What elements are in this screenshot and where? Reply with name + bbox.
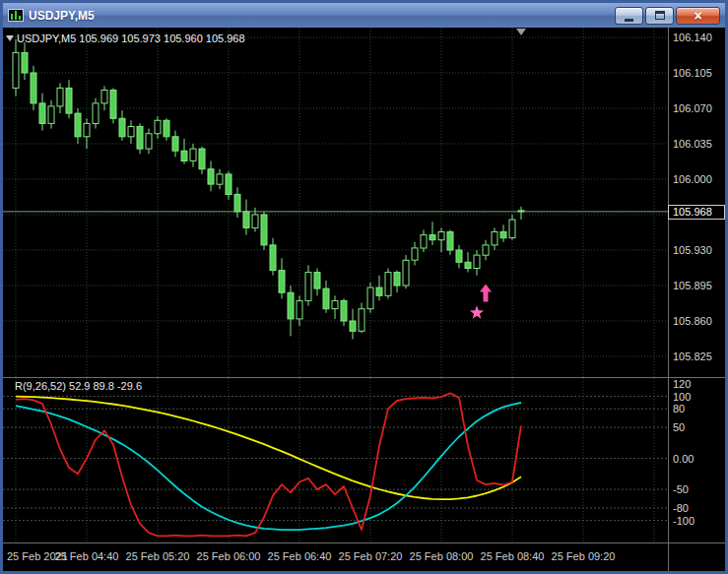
one-click-trading-toggle[interactable] bbox=[6, 35, 14, 41]
indicator-line-mid-26 bbox=[16, 403, 521, 530]
price-axis-label: 106.105 bbox=[673, 67, 712, 79]
main-grid bbox=[3, 28, 668, 377]
price-axis-label: 105.895 bbox=[673, 280, 712, 291]
price-axis-label: 106.000 bbox=[673, 173, 712, 185]
candles bbox=[13, 39, 524, 339]
chart-window-icon bbox=[8, 9, 24, 22]
time-axis-label: 25 Feb 05:20 bbox=[126, 550, 190, 562]
window-controls: × bbox=[615, 7, 720, 25]
time-axis-label: 25 Feb 08:00 bbox=[410, 550, 474, 562]
minimize-icon bbox=[625, 19, 633, 22]
window-titlebar[interactable]: USDJPY,M5 × bbox=[3, 3, 725, 28]
indicator-panel[interactable] bbox=[3, 378, 668, 542]
indicator-axis-label: 80 bbox=[673, 403, 685, 415]
buy-arrow-marker[interactable] bbox=[480, 284, 492, 301]
time-axis-label: 25 Feb 06:00 bbox=[197, 550, 261, 562]
close-icon: × bbox=[694, 9, 701, 23]
maximize-button[interactable] bbox=[645, 7, 674, 25]
close-button[interactable]: × bbox=[676, 7, 720, 25]
indicator-axis-label: 100 bbox=[673, 391, 691, 403]
indicator-axis-label: 0.00 bbox=[673, 453, 694, 465]
star-marker[interactable] bbox=[470, 305, 484, 319]
chart-indicator-divider[interactable] bbox=[3, 377, 725, 378]
time-axis-label: 25 Feb 06:40 bbox=[268, 550, 332, 562]
time-axis-label: 25 Feb 07:20 bbox=[339, 550, 403, 562]
price-axis-label: 106.140 bbox=[673, 32, 712, 43]
indicator-axis-label: -80 bbox=[673, 502, 689, 514]
price-axis-label: 105.860 bbox=[673, 315, 712, 327]
price-axis[interactable]: 106.140106.105106.070106.035106.000105.9… bbox=[669, 28, 725, 571]
main-price-chart[interactable] bbox=[3, 28, 668, 377]
minimize-button[interactable] bbox=[615, 7, 643, 25]
price-axis-label: 106.035 bbox=[673, 138, 712, 150]
indicator-header: R(9,26,52) 52.9 89.8 -29.6 bbox=[15, 380, 142, 392]
time-axis-label: 25 Feb 04:40 bbox=[55, 550, 119, 562]
time-axis-label: 25 Feb 09:20 bbox=[552, 550, 616, 562]
time-axis[interactable]: 25 Feb 202125 Feb 04:4025 Feb 05:2025 Fe… bbox=[3, 545, 725, 571]
indicator-line-fast-9 bbox=[16, 393, 521, 536]
indicator-timeaxis-divider bbox=[3, 542, 725, 543]
time-axis-label: 25 Feb 08:40 bbox=[481, 550, 545, 562]
window-title: USDJPY,M5 bbox=[29, 9, 95, 23]
maximize-icon bbox=[655, 11, 665, 20]
price-axis-label: 106.070 bbox=[673, 102, 712, 114]
indicator-axis-label: -50 bbox=[673, 483, 689, 495]
chart-ohlc-header: USDJPY,M5 105.969 105.973 105.960 105.96… bbox=[17, 32, 245, 44]
chart-area[interactable]: USDJPY,M5 105.969 105.973 105.960 105.96… bbox=[3, 28, 725, 571]
price-axis-label: 105.930 bbox=[673, 244, 712, 256]
current-price-tag: 105.968 bbox=[668, 205, 725, 220]
indicator-axis-label: 50 bbox=[673, 421, 685, 433]
indicator-axis-label: 120 bbox=[673, 378, 691, 390]
price-axis-label: 105.825 bbox=[673, 351, 712, 362]
indicator-axis-label: -100 bbox=[673, 515, 695, 527]
mt4-chart-window: USDJPY,M5 × USDJPY,M5 105.969 105.973 10… bbox=[0, 0, 728, 574]
chart-shift-marker[interactable] bbox=[516, 29, 526, 35]
